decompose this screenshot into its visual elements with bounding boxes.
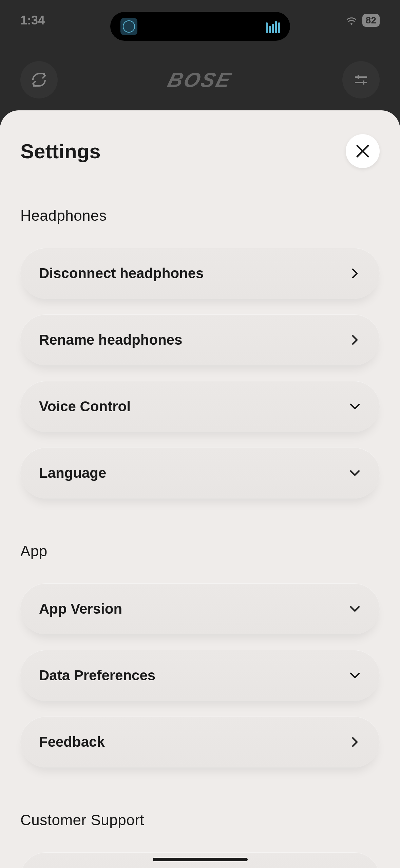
data-preferences-item[interactable]: Data Preferences [20, 650, 380, 701]
rename-headphones-item[interactable]: Rename headphones [20, 314, 380, 365]
chevron-down-icon [349, 400, 361, 413]
language-item[interactable]: Language [20, 448, 380, 499]
dynamic-island[interactable] [110, 12, 290, 41]
sheet-header: Settings [20, 134, 380, 168]
disconnect-headphones-item[interactable]: Disconnect headphones [20, 248, 380, 299]
list-item-label: Rename headphones [39, 332, 182, 348]
feedback-item[interactable]: Feedback [20, 717, 380, 767]
sheet-title: Settings [20, 140, 101, 163]
chevron-right-icon [349, 334, 361, 346]
app-header: BOSE [0, 58, 400, 102]
audio-equalizer-icon [266, 20, 280, 33]
app-item-list: App Version Data Preferences Feedback [20, 583, 380, 767]
chevron-down-icon [349, 669, 361, 682]
list-item-label: Feedback [39, 734, 105, 750]
section-title-app: App [20, 543, 380, 560]
bose-logo: BOSE [165, 68, 235, 92]
section-title-headphones: Headphones [20, 207, 380, 224]
equalizer-button[interactable] [342, 61, 380, 98]
list-item-label: Language [39, 465, 106, 481]
settings-sheet: Settings Headphones Disconnect headphone… [0, 110, 400, 868]
refresh-icon [31, 72, 47, 88]
voice-control-item[interactable]: Voice Control [20, 381, 380, 432]
list-item-label: Disconnect headphones [39, 265, 204, 282]
wifi-icon [345, 16, 358, 25]
list-item-label: Voice Control [39, 398, 131, 415]
app-version-item[interactable]: App Version [20, 583, 380, 634]
chevron-right-icon [349, 267, 361, 279]
battery-level: 82 [362, 14, 380, 27]
section-title-support: Customer Support [20, 812, 380, 829]
headphones-item-list: Disconnect headphones Rename headphones … [20, 248, 380, 499]
chevron-right-icon [349, 736, 361, 748]
status-right: 82 [345, 14, 380, 27]
now-playing-app-icon [120, 18, 137, 35]
sliders-icon [353, 72, 369, 88]
list-item-label: Data Preferences [39, 667, 155, 684]
chevron-down-icon [349, 603, 361, 615]
list-item-label: App Version [39, 601, 122, 617]
refresh-button[interactable] [20, 61, 58, 98]
status-bar: 1:34 82 [0, 0, 400, 41]
close-icon [355, 143, 371, 159]
home-indicator[interactable] [153, 858, 248, 861]
status-time: 1:34 [20, 13, 45, 28]
close-button[interactable] [346, 134, 380, 168]
chevron-down-icon [349, 467, 361, 479]
